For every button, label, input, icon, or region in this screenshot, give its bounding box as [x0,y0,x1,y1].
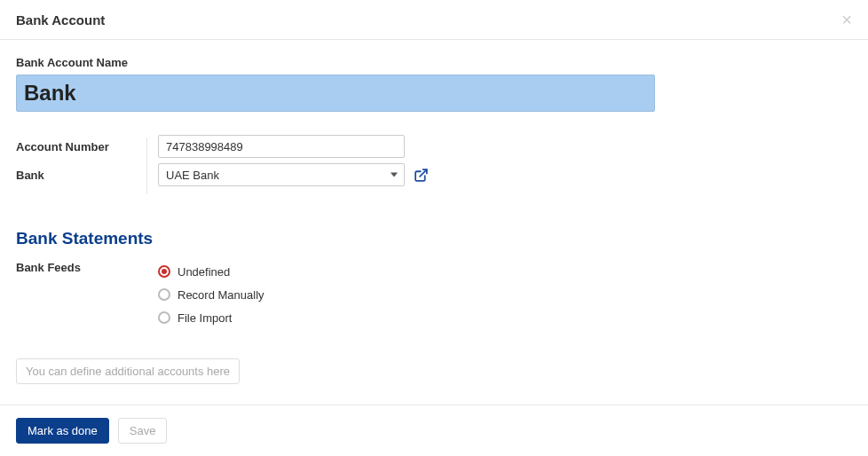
dialog-footer: Mark as done Save [0,405,868,456]
radio-record-manually-label: Record Manually [178,288,264,302]
additional-accounts-button[interactable]: You can define additional accounts here [16,358,240,384]
radio-undefined[interactable]: Undefined [158,261,264,282]
save-button[interactable]: Save [118,418,168,444]
close-icon[interactable]: × [841,11,852,28]
account-number-input[interactable] [158,135,405,158]
account-name-input[interactable] [16,75,655,112]
bank-feeds-options: Undefined Record Manually File Import [147,261,264,330]
dialog-title: Bank Account [16,12,105,28]
bank-statements-title: Bank Statements [16,229,852,248]
radio-icon [158,288,170,301]
mark-as-done-button[interactable]: Mark as done [16,418,109,444]
bank-label: Bank [16,169,147,182]
account-number-label: Account Number [16,140,147,153]
svg-line-0 [420,169,427,177]
dialog-header: Bank Account × [0,0,868,40]
bank-feeds-label: Bank Feeds [16,261,147,274]
radio-record-manually[interactable]: Record Manually [158,284,264,305]
dialog-content: Bank Account Name Account Number Bank Ba… [0,40,868,400]
radio-icon [158,311,170,324]
bank-feeds-row: Bank Feeds Undefined Record Manually Fil… [16,261,852,330]
radio-file-import-label: File Import [178,311,232,325]
bank-row: Bank [16,163,852,186]
field-divider [146,138,147,194]
radio-file-import[interactable]: File Import [158,307,264,328]
bank-select[interactable] [158,163,405,186]
account-name-label: Bank Account Name [16,56,852,69]
radio-icon [158,265,170,278]
account-number-row: Account Number [16,135,852,158]
external-link-icon[interactable] [414,168,429,183]
radio-undefined-label: Undefined [178,265,230,279]
